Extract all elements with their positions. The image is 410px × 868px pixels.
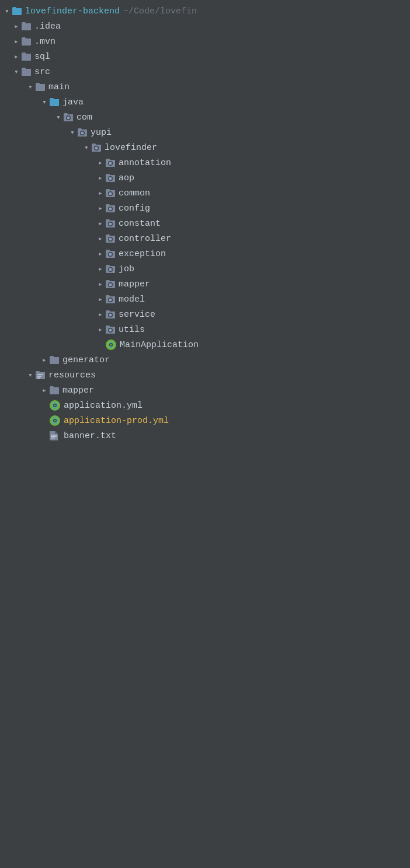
annotation-folder-icon	[105, 158, 116, 168]
banner-txt-item[interactable]: banner.txt	[0, 428, 410, 443]
svg-point-27	[109, 314, 112, 317]
exception-item[interactable]: exception	[0, 246, 410, 261]
idea-arrow[interactable]	[12, 22, 21, 31]
application-prod-yml-label: application-prod.yml	[64, 416, 169, 426]
root-arrow[interactable]	[2, 6, 12, 16]
config-folder-icon	[105, 203, 116, 214]
src-item[interactable]: src	[0, 64, 410, 79]
job-arrow[interactable]	[96, 264, 105, 274]
model-item[interactable]: model	[0, 292, 410, 307]
aop-item[interactable]: aop	[0, 170, 410, 186]
svg-point-3	[81, 132, 84, 135]
service-folder-icon	[105, 309, 116, 320]
resources-label: resources	[48, 370, 96, 380]
job-item[interactable]: job	[0, 261, 410, 276]
application-yml-item[interactable]: application.yml	[0, 398, 410, 413]
generator-item[interactable]: generator	[0, 352, 410, 368]
file-tree: lovefinder-backend ~/Code/lovefin .idea …	[0, 0, 410, 447]
svg-point-32	[110, 344, 112, 346]
svg-point-5	[95, 147, 98, 150]
config-arrow[interactable]	[96, 204, 105, 213]
mvn-folder-icon	[21, 37, 32, 46]
svg-point-13	[109, 208, 112, 211]
java-item[interactable]: java	[0, 94, 410, 110]
mapper-folder-icon	[105, 279, 116, 289]
config-label: config	[119, 204, 150, 214]
resources-item[interactable]: resources	[0, 368, 410, 383]
idea-item[interactable]: .idea	[0, 19, 410, 34]
utils-folder-icon	[105, 324, 116, 335]
svg-point-9	[109, 177, 112, 180]
mainapplication-label: MainApplication	[120, 340, 199, 350]
java-folder-icon	[49, 97, 60, 107]
sql-item[interactable]: sql	[0, 49, 410, 64]
aop-arrow[interactable]	[96, 173, 105, 183]
annotation-arrow[interactable]	[96, 158, 105, 167]
resources-arrow[interactable]	[26, 370, 35, 380]
svg-point-17	[109, 238, 112, 241]
main-item[interactable]: main	[0, 79, 410, 94]
utils-label: utils	[119, 325, 145, 335]
common-item[interactable]: common	[0, 186, 410, 201]
svg-point-25	[109, 299, 112, 302]
common-label: common	[119, 188, 150, 198]
svg-point-29	[109, 329, 112, 332]
sql-arrow[interactable]	[12, 52, 21, 61]
txt-file-icon	[49, 430, 61, 442]
constant-item[interactable]: constant	[0, 216, 410, 231]
java-arrow[interactable]	[40, 97, 49, 107]
model-label: model	[119, 295, 145, 304]
mapper-arrow[interactable]	[96, 279, 105, 289]
constant-arrow[interactable]	[96, 219, 105, 228]
mapper-res-arrow[interactable]	[40, 386, 49, 395]
main-arrow[interactable]	[26, 82, 35, 92]
com-item[interactable]: com	[0, 110, 410, 125]
utils-arrow[interactable]	[96, 325, 105, 334]
service-label: service	[119, 310, 155, 320]
utils-item[interactable]: utils	[0, 322, 410, 337]
mvn-item[interactable]: .mvn	[0, 34, 410, 49]
exception-arrow[interactable]	[96, 249, 105, 258]
com-arrow[interactable]	[54, 113, 63, 122]
yupi-arrow[interactable]	[68, 128, 77, 137]
svg-point-7	[109, 162, 112, 165]
common-arrow[interactable]	[96, 188, 105, 198]
controller-item[interactable]: controller	[0, 231, 410, 246]
constant-folder-icon	[105, 218, 116, 229]
mainapplication-item[interactable]: MainApplication	[0, 337, 410, 352]
aop-label: aop	[119, 173, 134, 183]
com-folder-icon	[63, 112, 74, 123]
yupi-item[interactable]: yupi	[0, 125, 410, 140]
controller-arrow[interactable]	[96, 234, 105, 243]
idea-label: .idea	[34, 22, 61, 32]
controller-label: controller	[119, 234, 171, 244]
generator-arrow[interactable]	[40, 355, 49, 365]
lovefinder-item[interactable]: lovefinder	[0, 140, 410, 155]
resources-folder-icon	[35, 370, 46, 380]
annotation-item[interactable]: annotation	[0, 155, 410, 170]
folder-icon	[12, 6, 22, 16]
job-label: job	[119, 264, 134, 274]
model-arrow[interactable]	[96, 295, 105, 304]
mapper-res-item[interactable]: mapper	[0, 383, 410, 398]
svg-point-19	[109, 253, 112, 256]
svg-point-41	[54, 420, 56, 422]
src-arrow[interactable]	[12, 67, 21, 76]
application-prod-yml-item[interactable]: application-prod.yml	[0, 413, 410, 428]
root-item[interactable]: lovefinder-backend ~/Code/lovefin	[0, 4, 410, 19]
java-label: java	[62, 97, 84, 107]
annotation-label: annotation	[119, 158, 171, 168]
mapper-item[interactable]: mapper	[0, 276, 410, 292]
aop-folder-icon	[105, 173, 116, 183]
service-arrow[interactable]	[96, 310, 105, 319]
service-item[interactable]: service	[0, 307, 410, 322]
mvn-arrow[interactable]	[12, 37, 21, 46]
application-yml-label: application.yml	[64, 401, 143, 411]
svg-point-11	[109, 192, 112, 195]
exception-folder-icon	[105, 249, 116, 259]
lovefinder-label: lovefinder	[105, 143, 157, 153]
lovefinder-arrow[interactable]	[82, 143, 91, 152]
config-item[interactable]: config	[0, 201, 410, 216]
yupi-label: yupi	[91, 128, 112, 138]
sql-folder-icon	[21, 52, 32, 61]
